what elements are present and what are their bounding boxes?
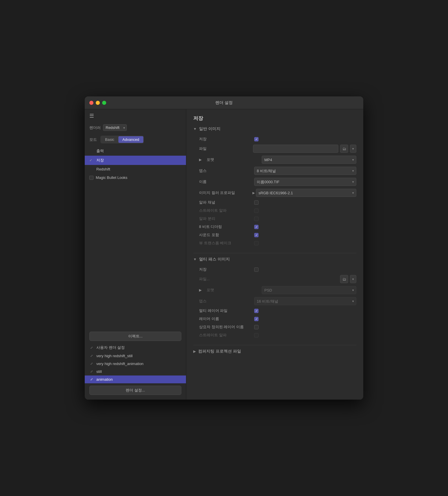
general-depth-row: 뎁스 8 비트/채널 [193, 165, 356, 176]
general-alpha-channel-row: 알파 채널 [193, 198, 356, 206]
general-sound-checkbox[interactable] [254, 233, 259, 237]
preset-icon-still: ⤢ [89, 370, 93, 373]
maximize-button[interactable] [102, 101, 106, 105]
checkbox-magic-bullet[interactable] [89, 176, 93, 180]
sidebar: ☰ 렌더러 Redshift 모드 Basic Advanced [85, 109, 186, 400]
tab-advanced[interactable]: Advanced [118, 136, 143, 143]
computing-chevron[interactable]: ▶ [193, 349, 196, 353]
general-sound-row: 사운드 포함 [193, 231, 356, 239]
effects-button[interactable]: 이펙트... [89, 332, 181, 341]
tab-basic[interactable]: Basic [101, 136, 118, 143]
multipass-section: ▼ 멀티 패스 이미지 저장 파일... 🗂 ▾ ▶ 포맷 [193, 257, 356, 339]
nav-label-save: 저장 [96, 158, 104, 163]
renderer-select[interactable]: Redshift [103, 124, 127, 131]
nav-item-redshift[interactable]: Redshift [85, 165, 186, 173]
check-redshift [89, 167, 94, 171]
multipass-format-arrow[interactable]: ▶ [199, 288, 204, 292]
general-name-select-wrapper: 이름0000.TIF [254, 178, 356, 186]
general-file-label: 파일 [199, 146, 251, 151]
general-image-section: ▼ 일반 이미지 저장 파일 🗂 ▾ ▶ 포맷 [193, 126, 356, 247]
format-expand-arrow[interactable]: ▶ [199, 158, 204, 162]
multipass-depth-row: 뎁스 16 비트/채널 [193, 296, 356, 307]
preset-user[interactable]: ⤢ 사용자 렌더 설정 [85, 343, 186, 352]
general-image-label: 일반 이미지 [199, 126, 221, 132]
check-output [89, 149, 94, 153]
preset-vh-animation[interactable]: ⤢ very high redshift_animation [85, 360, 186, 368]
multipass-user-layer-checkbox[interactable] [254, 325, 259, 329]
divider-1 [193, 253, 356, 253]
preset-icon-animation: ⤢ [89, 378, 93, 381]
general-straight-alpha-row: 스트레이트 알파 [193, 206, 356, 215]
check-save: ✓ [89, 158, 94, 162]
file-browse-button[interactable]: 🗂 [340, 145, 348, 153]
multipass-format-label: 포맷 [207, 287, 259, 293]
general-name-select[interactable]: 이름0000.TIF [254, 178, 356, 186]
multipass-format-select-wrapper: PSD [262, 286, 356, 294]
general-view-transform-row: 뷰 트랜스폼 베이크 [193, 239, 356, 247]
general-name-row: 이름 이름0000.TIF [193, 176, 356, 187]
sidebar-header: ☰ [85, 109, 186, 123]
multipass-header: ▼ 멀티 패스 이미지 [193, 257, 356, 262]
general-format-select-wrapper: MP4 [262, 156, 356, 164]
multipass-layer-name-row: 레이어 이름 [193, 315, 356, 323]
mode-label: 모드 [89, 137, 97, 142]
general-profile-select[interactable]: sRGB IEC61966-2.1 [256, 189, 356, 197]
nav-item-save[interactable]: ✓ 저장 [85, 156, 186, 165]
multipass-format-select[interactable]: PSD [262, 286, 356, 294]
multipass-file-browse-button[interactable]: 🗂 [340, 275, 348, 283]
general-depth-label: 뎁스 [199, 168, 251, 173]
general-depth-select-wrapper: 8 비트/채널 [254, 167, 356, 175]
computing-header: ▶ 컴퍼지팅 프로젝션 파일 [193, 349, 356, 354]
title-bar: 렌더 설정 [85, 96, 363, 109]
preset-icon-vh-still: ⤢ [89, 354, 93, 358]
general-save-checkbox[interactable] [254, 137, 259, 141]
multipass-straight-alpha-label: 스트레이트 알파 [199, 333, 251, 338]
general-format-label: 포맷 [207, 157, 259, 162]
window-controls [89, 101, 106, 105]
general-view-transform-checkbox [254, 241, 259, 245]
divider-2 [193, 345, 356, 345]
multipass-save-label: 저장 [199, 267, 251, 272]
general-alpha-sep-label: 알파 분리 [199, 216, 251, 221]
general-dither-checkbox[interactable] [254, 225, 259, 229]
mode-row: 모드 Basic Advanced [85, 134, 186, 146]
minimize-button[interactable] [96, 101, 100, 105]
close-button[interactable] [89, 101, 93, 105]
multipass-chevron[interactable]: ▼ [193, 257, 197, 261]
multipass-multi-layer-checkbox[interactable] [254, 309, 259, 313]
general-profile-row: 이미지 컬러 프로파일 ▶ sRGB IEC61966-2.1 [193, 187, 356, 198]
multipass-multi-layer-row: 멀티 레이어 파일 [193, 307, 356, 315]
main-content: 저장 ▼ 일반 이미지 저장 파일 🗂 ▾ [186, 109, 363, 400]
section-title: 저장 [193, 115, 356, 122]
profile-expand-arrow[interactable]: ▶ [252, 191, 255, 195]
preset-still[interactable]: ⤢ still [85, 368, 186, 375]
render-settings-button[interactable]: 렌더 설정... [89, 386, 181, 395]
hamburger-icon[interactable]: ☰ [89, 113, 94, 119]
nav-item-output[interactable]: 출력 [85, 146, 186, 156]
general-profile-label: 이미지 컬러 프로파일 [199, 190, 251, 195]
general-alpha-channel-checkbox[interactable] [254, 200, 259, 205]
file-dropdown-button[interactable]: ▾ [350, 145, 356, 153]
general-image-chevron[interactable]: ▼ [193, 127, 197, 131]
content-area: ☰ 렌더러 Redshift 모드 Basic Advanced [85, 109, 363, 400]
multipass-layer-name-label: 레이어 이름 [199, 316, 251, 321]
general-name-label: 이름 [199, 179, 251, 184]
general-file-input[interactable] [253, 145, 338, 153]
preset-animation[interactable]: ⤢ animation [85, 375, 186, 383]
nav-item-magic-bullet[interactable]: Magic Bullet Looks [85, 173, 186, 182]
general-format-select[interactable]: MP4 [262, 156, 356, 164]
mode-tabs: Basic Advanced [100, 136, 144, 143]
multipass-layer-name-checkbox[interactable] [254, 317, 259, 321]
general-depth-select[interactable]: 8 비트/채널 [254, 167, 356, 175]
multipass-label: 멀티 패스 이미지 [199, 257, 230, 262]
multipass-depth-select[interactable]: 16 비트/채널 [254, 297, 356, 305]
preset-vh-still[interactable]: ⤢ very high redshift_still [85, 352, 186, 360]
general-alpha-channel-label: 알파 채널 [199, 200, 251, 205]
multipass-save-checkbox[interactable] [254, 267, 259, 272]
nav-label-redshift: Redshift [96, 167, 110, 171]
multipass-file-dropdown-button[interactable]: ▾ [350, 275, 356, 283]
general-alpha-sep-row: 알파 분리 [193, 215, 356, 223]
general-alpha-sep-checkbox [254, 217, 259, 221]
multipass-user-layer-row: 상요자 정의된 레이어 이름 [193, 323, 356, 331]
multipass-file-label: 파일... [199, 276, 251, 282]
